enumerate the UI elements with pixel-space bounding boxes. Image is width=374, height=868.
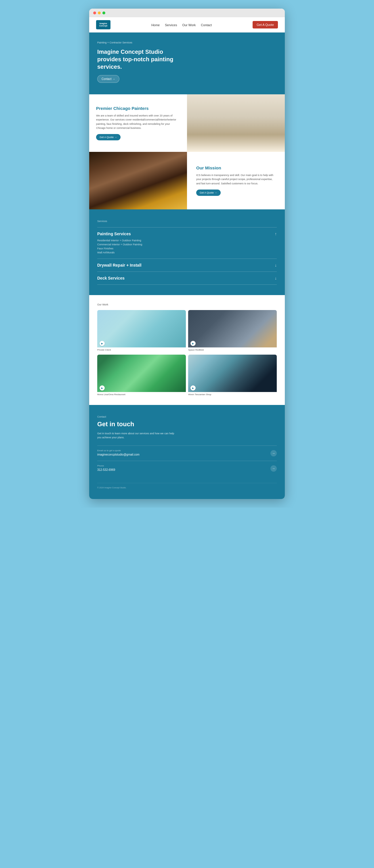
mission-section: Our Mission ICS believes in transparency… bbox=[89, 152, 285, 209]
contact-label: Contact bbox=[97, 415, 277, 418]
browser-window: ImagineConcept Home Services Our Work Co… bbox=[89, 9, 285, 499]
nav-logo: ImagineConcept bbox=[96, 20, 111, 29]
service-sub-painting: Residential Interior + Outdoor Painting … bbox=[97, 239, 277, 254]
contact-phone-row: Phone 312-532-6969 → bbox=[97, 461, 277, 476]
navbar: ImagineConcept Home Services Our Work Co… bbox=[89, 17, 285, 32]
premier-cta-button[interactable]: Get A Quote → bbox=[96, 134, 121, 141]
premier-heading: Premier Chicago Painters bbox=[96, 106, 180, 111]
sub-item-faux: Faux Finishes bbox=[97, 246, 277, 250]
work-dot-1: ▶ bbox=[190, 341, 196, 346]
work-image-1 bbox=[188, 310, 277, 347]
dot-yellow[interactable] bbox=[98, 11, 101, 14]
work-item-2: ▶ Mona Lisa/Oma Restaurant bbox=[97, 354, 186, 397]
dot-green[interactable] bbox=[102, 11, 105, 14]
contact-heading: Get in touch bbox=[97, 421, 277, 428]
work-dot-2: ▶ bbox=[99, 385, 105, 391]
service-header-painting[interactable]: Painting Services ↑ bbox=[97, 231, 277, 236]
premier-image bbox=[187, 94, 285, 152]
sub-item-commercial: Commercial Interior + Outdoor Painting bbox=[97, 243, 277, 246]
work-dot-3: ▶ bbox=[190, 385, 196, 391]
mission-body: ICS believes in transparency and skill. … bbox=[196, 173, 277, 186]
premier-body: We are a team of skilled and insured wor… bbox=[96, 114, 180, 130]
contact-body: Get in touch to learn more about our ser… bbox=[97, 431, 178, 440]
work-item-0: ▶ Private Client bbox=[97, 310, 186, 352]
premier-section: Premier Chicago Painters We are a team o… bbox=[89, 94, 285, 152]
contact-email-label: Email us to get a quote bbox=[97, 449, 139, 452]
contact-section: Contact Get in touch Get in touch to lea… bbox=[89, 405, 285, 499]
our-work-label: Our Work bbox=[97, 303, 277, 306]
mission-text-col: Our Mission ICS believes in transparency… bbox=[187, 152, 285, 209]
work-image-2 bbox=[97, 354, 186, 392]
work-item-3: ▶ Hinen Tanzanian Shop bbox=[188, 354, 277, 397]
nav-links: Home Services Our Work Contact bbox=[151, 22, 212, 27]
work-caption-3: Hinen Tanzanian Shop bbox=[188, 392, 277, 397]
service-icon-drywall: ↓ bbox=[275, 263, 277, 268]
work-caption-0: Private Client bbox=[97, 347, 186, 352]
nav-cta-button[interactable]: Get A Quote bbox=[253, 21, 278, 29]
premier-text-col: Premier Chicago Painters We are a team o… bbox=[89, 94, 187, 152]
work-image-0 bbox=[97, 310, 186, 347]
mission-cta-button[interactable]: Get A Quote → bbox=[196, 189, 221, 196]
hero-heading: Imagine Concept Studio provides top-notc… bbox=[97, 48, 184, 70]
services-section: Services Painting Services ↑ Residential… bbox=[89, 209, 285, 295]
work-grid: ▶ Private Client ▶ Space Redfield ▶ Mona… bbox=[97, 310, 277, 397]
footer-copy: © 2024 Imagine Concept Studio. bbox=[97, 483, 277, 489]
work-item-1: ▶ Space Redfield bbox=[188, 310, 277, 352]
service-title-painting: Painting Services bbox=[97, 231, 131, 236]
services-label: Services bbox=[97, 220, 277, 223]
service-header-deck[interactable]: Deck Services ↓ bbox=[97, 276, 277, 280]
contact-email-value: imagineconcptstudio@gmail.com bbox=[97, 453, 139, 456]
dot-red[interactable] bbox=[93, 11, 96, 14]
contact-phone-arrow[interactable]: → bbox=[271, 465, 277, 472]
service-header-drywall[interactable]: Drywall Repair + Install ↓ bbox=[97, 263, 277, 268]
sub-item-residential: Residential Interior + Outdoor Painting bbox=[97, 239, 277, 243]
service-icon-painting: ↑ bbox=[275, 231, 277, 236]
service-item-painting: Painting Services ↑ Residential Interior… bbox=[97, 227, 277, 258]
sub-item-murals: Wall Art/Murals bbox=[97, 250, 277, 254]
logo-text: ImagineConcept bbox=[99, 23, 107, 27]
hero-section: Painting + Contractor Services Imagine C… bbox=[89, 32, 285, 94]
contact-phone-label: Phone bbox=[97, 464, 115, 467]
hero-contact-button[interactable]: Contact → bbox=[97, 75, 119, 83]
mission-image bbox=[89, 152, 187, 209]
service-title-deck: Deck Services bbox=[97, 276, 125, 280]
work-dot-0: ▶ bbox=[99, 341, 105, 346]
browser-bar bbox=[89, 9, 285, 17]
mission-heading: Our Mission bbox=[196, 165, 277, 170]
work-image-3 bbox=[188, 354, 277, 392]
logo-box: ImagineConcept bbox=[96, 20, 111, 29]
service-title-drywall: Drywall Repair + Install bbox=[97, 263, 142, 268]
our-work-section: Our Work ▶ Private Client ▶ Space Redfie… bbox=[89, 295, 285, 405]
work-caption-2: Mona Lisa/Oma Restaurant bbox=[97, 392, 186, 397]
nav-link-home[interactable]: Home bbox=[151, 23, 160, 27]
contact-email-row: Email us to get a quote imagineconcptstu… bbox=[97, 445, 277, 461]
work-caption-1: Space Redfield bbox=[188, 347, 277, 352]
breadcrumb: Painting + Contractor Services bbox=[97, 41, 277, 44]
nav-link-contact[interactable]: Contact bbox=[201, 23, 212, 27]
service-item-deck: Deck Services ↓ bbox=[97, 272, 277, 285]
contact-phone-value: 312-532-6969 bbox=[97, 468, 115, 471]
service-icon-deck: ↓ bbox=[275, 276, 277, 280]
service-item-drywall: Drywall Repair + Install ↓ bbox=[97, 258, 277, 272]
nav-link-services[interactable]: Services bbox=[165, 23, 177, 27]
contact-email-arrow[interactable]: → bbox=[271, 450, 277, 457]
nav-link-work[interactable]: Our Work bbox=[182, 23, 196, 27]
